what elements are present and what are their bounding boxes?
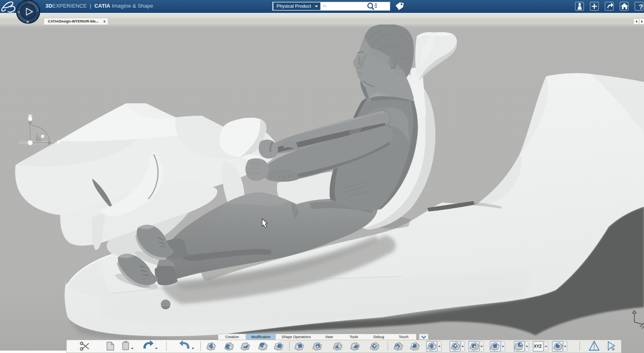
svg-text:?: ? xyxy=(639,3,643,11)
svg-text:3D: 3D xyxy=(17,11,20,13)
svg-text:M: M xyxy=(27,21,29,23)
svg-text:XYZ: XYZ xyxy=(534,344,541,349)
